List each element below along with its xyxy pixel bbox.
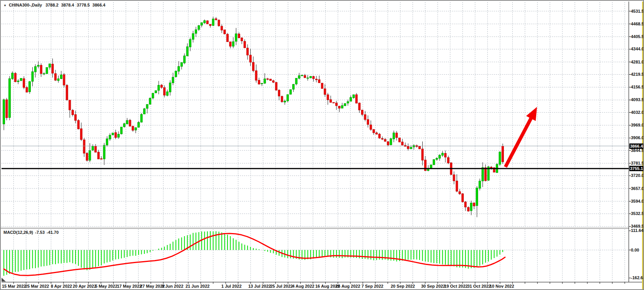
symbol-dropdown-icon[interactable]: ▼ bbox=[3, 4, 7, 7]
symbol-period-label: CHINA300-,Daily bbox=[9, 3, 42, 7]
price-tick-label: 4093.5 bbox=[631, 97, 644, 102]
macd-main-value: -7.53 bbox=[35, 230, 45, 235]
date-tick-label: 31 Oct 2022 bbox=[467, 284, 491, 288]
last-price-badge: 3866.4 bbox=[629, 143, 644, 149]
date-tick-label: 15 Mar 2022 bbox=[2, 284, 26, 288]
ohlc-high-value: 3878.4 bbox=[61, 3, 74, 7]
support-line-price-badge: 3755.1 bbox=[629, 166, 644, 171]
price-tick-label: 3594.0 bbox=[631, 199, 644, 204]
price-tick-label: 3720.0 bbox=[631, 173, 644, 178]
price-tick-label: 4468.5 bbox=[631, 22, 644, 27]
date-tick-label: 10 Nov 2022 bbox=[490, 284, 514, 288]
date-tick-label: 1 Jul 2022 bbox=[221, 284, 242, 288]
price-tick-label: 3906.0 bbox=[631, 135, 644, 140]
price-tick-label: 4531.5 bbox=[631, 9, 644, 14]
price-tick-label: 4156.5 bbox=[631, 85, 644, 90]
price-tick-label: 3781.5 bbox=[631, 161, 644, 166]
ohlc-close-value: 3866.4 bbox=[92, 3, 105, 7]
ohlc-open-value: 3788.2 bbox=[45, 3, 59, 7]
date-tick-label: 26 Aug 2022 bbox=[336, 284, 360, 288]
price-tick-label: 3657.0 bbox=[631, 186, 644, 191]
date-tick-label: 20 Apr 2022 bbox=[73, 284, 96, 288]
date-tick-label: 19 Oct 2022 bbox=[444, 284, 468, 288]
macd-name: MACD(12,26,9) bbox=[3, 230, 33, 235]
macd-indicator-label: MACD(12,26,9)-7.53-41.70 bbox=[3, 230, 60, 235]
macd-tick-label: -162.64 bbox=[631, 275, 644, 280]
date-tick-label: 20 Sep 2022 bbox=[391, 284, 415, 288]
chart-window: ▼CHINA300-,Daily3788.23878.43778.53866.4… bbox=[0, 0, 644, 290]
date-tick-label: 4 Aug 2022 bbox=[292, 284, 314, 288]
date-tick-label: 25 Mar 2022 bbox=[25, 284, 49, 288]
ohlc-low-value: 3778.5 bbox=[77, 3, 90, 7]
date-tick-label: 27 May 2022 bbox=[140, 284, 165, 288]
date-tick-label: 21 Jun 2022 bbox=[186, 284, 209, 288]
price-tick-label: 4219.5 bbox=[631, 72, 644, 77]
price-tick-label: 4405.5 bbox=[631, 34, 644, 39]
date-tick-label: 9 Jun 2022 bbox=[162, 284, 183, 288]
date-tick-label: 7 Sep 2022 bbox=[361, 284, 383, 288]
chart-title: ▼CHINA300-,Daily3788.23878.43778.53866.4 bbox=[3, 3, 105, 7]
date-tick-label: 5 May 2022 bbox=[95, 284, 117, 288]
price-tick-label: 4032.0 bbox=[631, 110, 644, 115]
price-tick-label: 3969.0 bbox=[631, 123, 644, 128]
date-tick-label: 17 May 2022 bbox=[117, 284, 142, 288]
candlestick-chart-canvas[interactable] bbox=[1, 1, 644, 290]
price-tick-label: 3532.5 bbox=[631, 211, 644, 216]
date-tick-label: 13 Jul 2022 bbox=[248, 284, 271, 288]
date-tick-label: 8 Apr 2022 bbox=[51, 284, 72, 288]
date-tick-label: 25 Jul 2022 bbox=[270, 284, 293, 288]
date-tick-label: 30 Sep 2022 bbox=[421, 284, 445, 288]
macd-tick-label: 111.64 bbox=[631, 228, 643, 233]
macd-signal-value: -41.70 bbox=[47, 230, 59, 235]
macd-tick-label: 0.00 bbox=[631, 248, 639, 253]
price-tick-label: 4281.0 bbox=[631, 60, 644, 65]
price-tick-label: 4344.0 bbox=[631, 47, 644, 52]
